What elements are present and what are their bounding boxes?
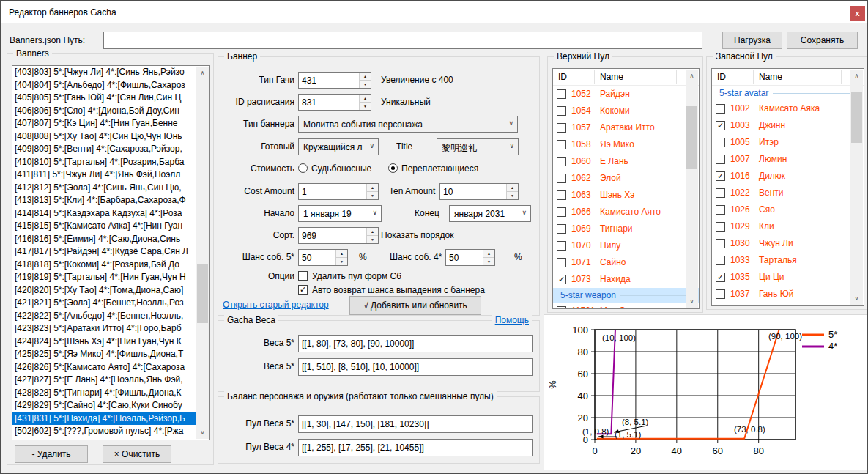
remove-c6-label[interactable]: Удалить пул форм С6 — [312, 271, 401, 281]
banner-list-item[interactable]: [404|804] 5*:[Альбедо] 4*:[Фишль,Сахароз — [12, 79, 209, 92]
pool-row[interactable]: 1033Тарталья — [712, 252, 864, 269]
pool-row[interactable]: 1022Венти — [712, 185, 864, 201]
checkbox-unchecked[interactable] — [716, 256, 725, 265]
pool-row[interactable]: ✓1016Дилюк — [712, 168, 864, 185]
start-date-picker[interactable]: 1 января 19 ∨ — [298, 205, 382, 222]
spin-down-icon[interactable]: ▼ — [360, 103, 371, 110]
pool-row[interactable]: 1070Нилу — [553, 237, 699, 254]
checkbox-unchecked[interactable] — [716, 188, 725, 198]
close-button[interactable]: x — [850, 6, 865, 21]
clear-banner-button[interactable]: × Очистить — [103, 445, 171, 463]
banner-list-item[interactable]: [407|807] 5*:[Кэ Цин] 4*:[Нин Гуан,Бенне — [12, 117, 209, 130]
banner-list-item[interactable]: [403|803] 5*:[Чжун Ли] 4*:[Синь Янь,Рэйз… — [12, 66, 209, 79]
spin-down-icon[interactable]: ▼ — [367, 192, 378, 199]
spin-up-icon[interactable]: ▲ — [360, 95, 371, 103]
spin-up-icon[interactable]: ▲ — [367, 228, 378, 236]
banners-scrollbar[interactable]: ∧ ∨ — [196, 67, 209, 439]
checkbox-unchecked[interactable] — [716, 222, 725, 232]
pool-row[interactable]: 1057Аратаки Итто — [553, 119, 699, 136]
banner-list-item[interactable]: [408|808] 5*:[Ху Тао] 4*:[Син Цю,Чун Юнь — [12, 130, 209, 144]
checkbox-unchecked[interactable] — [716, 239, 725, 248]
pool-row[interactable]: 1060Е Лань — [553, 153, 699, 170]
pool-row[interactable]: 1026Сяо — [712, 201, 864, 218]
banner-list-item[interactable]: [414|814] 5*:[Каэдэхара Кадзуха] 4*:[Роз… — [12, 207, 209, 221]
weights4-input[interactable]: [[1, 510], [8, 510], [10, 10000]] — [298, 358, 533, 376]
pool-row[interactable]: 1071Сайно — [553, 254, 699, 271]
banner-list-item[interactable]: [411|811] 5*:[Чжун Ли] 4*:[Янь Фэй,Ноэлл — [12, 169, 209, 182]
pool-row[interactable]: 1052Райдэн — [553, 86, 699, 103]
reserve-pool-scrollbar[interactable]: ∧ ∨ — [850, 70, 863, 305]
path-input[interactable] — [103, 32, 702, 49]
spin-down-icon[interactable]: ▼ — [367, 236, 378, 243]
checkbox-unchecked[interactable] — [557, 258, 566, 267]
spin-down-icon[interactable]: ▼ — [360, 81, 371, 88]
banner-list-item[interactable]: [421|821] 5*:[Эола] 4*:[Беннет,Ноэлль,Ро… — [12, 297, 209, 310]
scroll-thumb[interactable] — [197, 264, 208, 323]
banner-list-item[interactable]: [424|824] 5*:[Шэнь Хэ] 4*:[Нин Гуан,Чун … — [12, 336, 209, 349]
pool-row[interactable]: 1054Кокоми — [553, 103, 699, 119]
schedule-id-value[interactable]: 831 — [299, 95, 359, 110]
weights5-input[interactable]: [[1, 80], [73, 80], [90, 10000]] — [298, 335, 533, 352]
pool-row[interactable]: 1029Кли — [712, 218, 864, 235]
banners-list[interactable]: [403|803] 5*:[Чжун Ли] 4*:[Синь Янь,Рэйз… — [12, 65, 210, 440]
checkbox-unchecked[interactable] — [716, 205, 725, 215]
banner-list-item[interactable]: [413|813] 5*:[Кли] 4*:[Барбара,Сахароза,… — [12, 194, 209, 207]
banner-list-item[interactable]: [405|805] 5*:[Гань Юй] 4*:[Сян Лин,Син Ц — [12, 92, 209, 105]
radio-intertwined[interactable] — [388, 163, 398, 173]
sort-spinner[interactable]: 969 ▲▼ — [298, 227, 379, 244]
checkbox-unchecked[interactable] — [557, 241, 566, 251]
pool-row[interactable]: 1066Камисато Аято — [553, 204, 699, 221]
schedule-id-spinner[interactable]: 831 ▲▼ — [298, 94, 371, 111]
checkbox-unchecked[interactable] — [716, 155, 725, 164]
pool-weights5-input[interactable]: [[1, 30], [147, 150], [181, 10230]] — [298, 415, 533, 433]
banner-list-item[interactable]: [502|602] 5*:[???,Громовой пульс] 4*:[Рж… — [12, 425, 209, 438]
banner-list-item[interactable]: [416|816] 5*:[Ёимия] 4*:[Саю,Диона,Синь — [12, 233, 209, 246]
reserve-pool-table[interactable]: ID Name 5-star avatar1002Камисато Аяка✓1… — [711, 68, 864, 306]
save-button[interactable]: Сохранять — [787, 32, 858, 49]
spin-up-icon[interactable]: ▲ — [360, 73, 371, 81]
banner-list-item[interactable]: [428|828] 5*:[Тигнари] 4*:[Фишль,Диона,К — [12, 387, 209, 400]
pool-row[interactable]: 11501Меч Сокола — [553, 303, 699, 309]
banner-type-select[interactable]: Молитва события персонажа ∨ — [298, 116, 518, 133]
banner-list-item[interactable]: [429|829] 5*:[Сайно] 4*:[Саю,Куки Синобу — [12, 399, 209, 412]
banner-list-item[interactable]: [423|823] 5*:[Аратаки Итто] 4*:[Горо,Бар… — [12, 322, 209, 336]
pool-row[interactable]: 1038Альбедо — [712, 303, 864, 306]
checkbox-unchecked[interactable] — [557, 174, 566, 183]
pool-row[interactable]: 1062Элой — [553, 170, 699, 187]
checkbox-checked[interactable]: ✓ — [716, 273, 725, 282]
banner-list-item[interactable]: [426|826] 5*:[Камисато Аято] 4*:[Сахароз… — [12, 361, 209, 374]
spin-down-icon[interactable]: ▼ — [483, 258, 494, 265]
scroll-down-icon[interactable]: ∨ — [686, 295, 698, 308]
upper-pool-table[interactable]: ID Name 1052Райдэн1054Кокоми1057Аратаки … — [552, 68, 700, 309]
checkbox-unchecked[interactable] — [557, 106, 566, 116]
banner-list-item[interactable]: [406|806] 5*:[Сяо] 4*:[Диона,Бэй Доу,Син — [12, 105, 209, 118]
checkbox-unchecked[interactable] — [557, 89, 566, 99]
add-update-button[interactable]: √ Добавить или обновить — [349, 296, 481, 315]
chance4-spinner[interactable]: 50 ▲▼ — [445, 249, 495, 266]
checkbox-unchecked[interactable] — [716, 104, 725, 114]
checkbox-unchecked[interactable] — [557, 140, 566, 149]
scroll-up-icon[interactable]: ∧ — [850, 70, 863, 82]
help-link[interactable]: Помощь — [492, 315, 532, 325]
banner-list-item[interactable]: [412|812] 5*:[Эола] 4*:[Синь Янь,Син Цю, — [12, 182, 209, 195]
pool-row[interactable]: ✓1035Ци Ци — [712, 269, 864, 286]
gacha-type-value[interactable]: 431 — [299, 73, 359, 88]
title-select[interactable]: 黎明巡礼 ∨ — [437, 138, 519, 155]
checkbox-unchecked[interactable] — [716, 138, 725, 147]
chance5-value[interactable]: 50 — [299, 250, 335, 265]
pool-row[interactable]: 1069Тигнари — [553, 221, 699, 237]
checkbox-unchecked[interactable] — [557, 157, 566, 166]
pool-row[interactable]: 1007Люмин — [712, 151, 864, 168]
banner-list-item[interactable]: [417|817] 5*:[Райдэн] 4*:[Кудзё Сара,Сян… — [12, 245, 209, 259]
scroll-down-icon[interactable]: ∨ — [850, 292, 863, 305]
load-button[interactable]: Нагрузка — [722, 32, 782, 49]
spin-down-icon[interactable]: ▼ — [507, 192, 518, 199]
ten-amount-value[interactable]: 10 — [440, 184, 506, 199]
cost-amount-value[interactable]: 1 — [299, 184, 366, 199]
pool-row[interactable]: 1002Камисато Аяка — [712, 100, 864, 117]
pool-weights4-input[interactable]: [[1, 255], [17, 255], [21, 10455]] — [298, 439, 533, 456]
end-date-picker[interactable]: января 2031 ∨ — [449, 205, 531, 222]
pool-row[interactable]: 1030Чжун Ли — [712, 235, 864, 252]
banner-list-item[interactable]: [425|825] 5*:[Яэ Мико] 4*:[Фишль,Диона,Т — [12, 348, 209, 361]
banner-list-item[interactable]: [431|831] 5*:[Нахида] 4*:[Ноэлль,Рэйзор,… — [12, 412, 209, 426]
